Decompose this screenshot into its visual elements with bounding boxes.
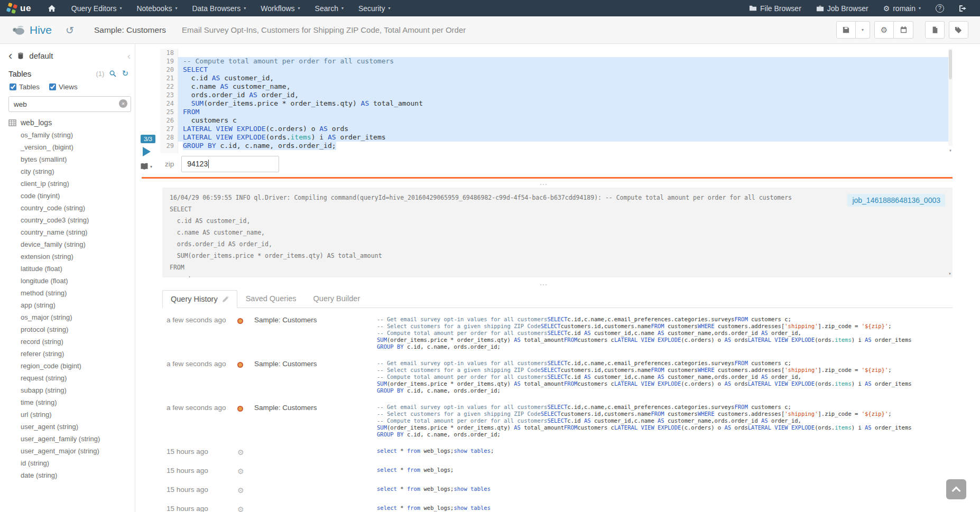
- help-button[interactable]: ?: [928, 0, 951, 16]
- code-token: customer_name,ords.order_id: [664, 374, 761, 380]
- resize-handle-bottom[interactable]: [135, 281, 953, 287]
- column-item[interactable]: latitude (float): [8, 263, 135, 275]
- history-row[interactable]: 15 hours ago⚙select * from web_logs;show…: [162, 481, 953, 500]
- table-icon: [8, 119, 16, 126]
- tables-checkbox[interactable]: [10, 83, 16, 90]
- code-line: LATERAL VIEW EXPLODE(c.orders) o AS ords: [178, 125, 953, 133]
- column-item[interactable]: os_family (string): [8, 129, 135, 141]
- code-token: ) i: [852, 337, 865, 343]
- code-token: order_items: [336, 133, 386, 141]
- code-token: c.id: [183, 74, 212, 82]
- editor-scrollbar[interactable]: [948, 49, 953, 146]
- history-row[interactable]: a few seconds agoSample: Customers-- Get…: [162, 399, 953, 443]
- snippet-line: GROUP BY c.id, c.name, ords.order_id;: [377, 387, 953, 394]
- scroll-down-icon[interactable]: ▾: [949, 147, 952, 153]
- history-row[interactable]: a few seconds agoSample: Customers-- Get…: [162, 311, 953, 355]
- code-line: SELECT: [178, 66, 953, 74]
- column-item[interactable]: user_agent_family (string): [8, 433, 135, 445]
- column-item[interactable]: extension (string): [8, 250, 135, 263]
- log-panel: 16/04/29 06:59:55 INFO ql.Driver: Compil…: [162, 188, 953, 277]
- menu-data-browsers[interactable]: Data Browsers▾: [184, 0, 253, 16]
- menu-workflows[interactable]: Workflows▾: [253, 0, 307, 16]
- menu-security[interactable]: Security▾: [351, 0, 398, 16]
- column-item[interactable]: referer (string): [8, 348, 135, 360]
- file-browser-link[interactable]: File Browser: [742, 0, 809, 16]
- execute-button[interactable]: [143, 147, 151, 156]
- history-query-snippet: select * from web_logs;: [377, 467, 953, 476]
- history-row[interactable]: a few seconds agoSample: Customers-- Get…: [162, 355, 953, 399]
- column-item[interactable]: _version_ (bigint): [8, 141, 135, 153]
- views-filter[interactable]: Views: [49, 83, 78, 91]
- column-item[interactable]: app (string): [8, 299, 135, 311]
- scroll-to-top-button[interactable]: [946, 479, 966, 499]
- code-token: select: [377, 486, 397, 492]
- menu-search[interactable]: Search▾: [308, 0, 351, 16]
- column-item[interactable]: method (string): [8, 287, 135, 299]
- column-item[interactable]: client_ip (string): [8, 178, 135, 190]
- code-token: c.id,c.name,c.email_preferences.categori…: [567, 360, 734, 366]
- documentation-button[interactable]: ▾: [140, 162, 152, 171]
- column-item[interactable]: request (string): [8, 372, 135, 384]
- column-item[interactable]: longitude (float): [8, 275, 135, 287]
- table-name: web_logs: [21, 118, 52, 127]
- column-item[interactable]: url (string): [8, 408, 135, 421]
- hue-logo[interactable]: ue: [0, 3, 40, 14]
- code-editor[interactable]: 181920212223242526272829 -- Compute tota…: [160, 49, 953, 153]
- code-token: order_id,: [768, 374, 801, 380]
- tab-saved-queries[interactable]: Saved Queries: [237, 290, 305, 308]
- save-dropdown-button[interactable]: ▾: [856, 21, 870, 39]
- column-item[interactable]: country_code3 (string): [8, 214, 135, 226]
- home-button[interactable]: [40, 0, 64, 16]
- job-link[interactable]: job_1461888648136_0003: [847, 194, 945, 207]
- table-filter-input[interactable]: [8, 96, 131, 112]
- column-item[interactable]: bytes (smallint): [8, 153, 135, 165]
- refresh-icon[interactable]: ↻: [122, 69, 128, 78]
- code-token: -- Select customers for a given shipping…: [377, 323, 541, 329]
- chevron-down-icon: ▾: [919, 6, 921, 11]
- column-item[interactable]: record (string): [8, 336, 135, 348]
- tab-query-builder[interactable]: Query Builder: [305, 290, 369, 308]
- save-button[interactable]: [836, 21, 856, 39]
- search-icon[interactable]: [109, 70, 117, 78]
- query-history-icon[interactable]: ↺: [66, 24, 74, 36]
- scroll-down-icon[interactable]: ▾: [948, 271, 951, 276]
- column-item[interactable]: user_agent_major (string): [8, 445, 135, 457]
- clear-search-icon[interactable]: ×: [119, 99, 127, 108]
- column-item[interactable]: device_family (string): [8, 238, 135, 250]
- column-item[interactable]: city (string): [8, 165, 135, 178]
- variable-zip-input[interactable]: 94123: [181, 156, 279, 172]
- column-item[interactable]: region_code (bigint): [8, 360, 135, 372]
- database-name[interactable]: default: [29, 51, 53, 60]
- table-item-web-logs[interactable]: web_logs: [8, 118, 135, 127]
- snippet-line: -- Get email survey opt-in values for al…: [377, 316, 953, 323]
- user-menu[interactable]: ⚙ romain ▾: [876, 0, 928, 16]
- schedule-button[interactable]: [894, 21, 913, 39]
- column-item[interactable]: subapp (string): [8, 384, 135, 396]
- resize-handle-top[interactable]: [135, 180, 953, 187]
- column-item[interactable]: country_name (string): [8, 226, 135, 238]
- column-item[interactable]: protocol (string): [8, 323, 135, 336]
- history-row[interactable]: 15 hours ago⚙select * from web_logs;show…: [162, 500, 953, 512]
- job-browser-link[interactable]: Job Browser: [809, 0, 876, 16]
- logout-button[interactable]: [951, 0, 975, 16]
- table-search: ×: [8, 96, 131, 112]
- column-item[interactable]: date (string): [8, 469, 135, 481]
- collapse-assist-icon[interactable]: ‹: [127, 52, 131, 60]
- history-row[interactable]: 15 hours ago⚙select * from web_logs;show…: [162, 443, 953, 462]
- menu-notebooks[interactable]: Notebooks▾: [129, 0, 184, 16]
- column-item[interactable]: code (tinyint): [8, 190, 135, 202]
- column-item[interactable]: os_major (string): [8, 311, 135, 323]
- tab-query-history[interactable]: Query History: [162, 290, 237, 308]
- back-button[interactable]: ‹: [8, 52, 12, 60]
- tables-filter[interactable]: Tables: [10, 83, 40, 91]
- views-checkbox[interactable]: [49, 83, 56, 90]
- new-query-button[interactable]: [925, 21, 945, 39]
- column-item[interactable]: time (string): [8, 396, 135, 408]
- column-item[interactable]: country_code (string): [8, 202, 135, 214]
- settings-button[interactable]: ⚙: [874, 21, 894, 39]
- history-row[interactable]: 15 hours ago⚙select * from web_logs;: [162, 462, 953, 481]
- tags-button[interactable]: [949, 21, 968, 39]
- column-item[interactable]: user_agent (string): [8, 421, 135, 433]
- column-item[interactable]: id (string): [8, 457, 135, 469]
- menu-query-editors[interactable]: Query Editors▾: [64, 0, 130, 16]
